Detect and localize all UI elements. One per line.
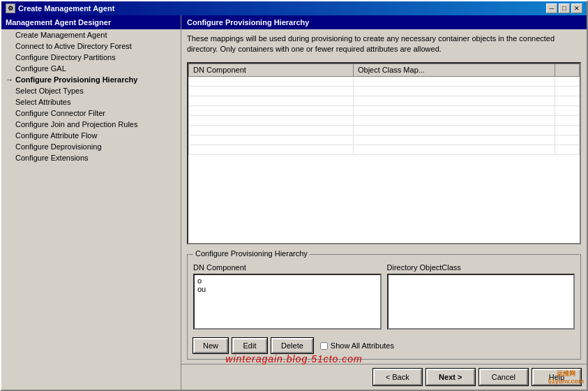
dn-component-label: DN Component — [193, 263, 382, 272]
sidebar-item-label: Configure Join and Projection Rules — [15, 120, 138, 128]
sidebar: Management Agent Designer Create Managem… — [1, 15, 181, 390]
title-bar-left: ⚙ Create Management Agent — [6, 3, 114, 13]
delete-button[interactable]: Delete — [271, 338, 313, 353]
col-object-class-map: Object Class Map... — [353, 64, 555, 76]
sidebar-item-configure-extensions[interactable]: Configure Extensions — [1, 152, 181, 163]
show-all-attributes-checkbox[interactable] — [320, 342, 328, 350]
directory-objectclass-column: Directory ObjectClass — [387, 263, 575, 330]
group-box-title: Configure Provisioning Hierarchy — [193, 249, 310, 258]
main-header: Configure Provisioning Hierarchy — [181, 15, 587, 29]
description-text: These mappings will be used during provi… — [187, 34, 581, 55]
main-window: ⚙ Create Management Agent ─ □ ✕ Manageme… — [0, 0, 588, 391]
table-row — [189, 135, 580, 145]
sidebar-item-configure-connector-filter[interactable]: Configure Connector Filter — [1, 108, 181, 119]
main-content: These mappings will be used during provi… — [181, 29, 587, 364]
show-all-attributes-text: Show All Attributes — [331, 341, 394, 350]
bottom-bar: < Back Next > Cancel Help — [181, 364, 587, 390]
table-row — [189, 86, 580, 96]
table-row — [189, 125, 580, 135]
title-bar: ⚙ Create Management Agent ─ □ ✕ — [1, 1, 587, 15]
sidebar-item-label: Create Management Agent — [15, 31, 107, 39]
edit-button[interactable]: Edit — [232, 338, 267, 353]
sidebar-item-label: Configure Extensions — [15, 154, 89, 162]
sidebar-item-label: Configure Attribute Flow — [15, 131, 97, 140]
directory-objectclass-label: Directory ObjectClass — [387, 263, 575, 272]
window-icon: ⚙ — [6, 3, 15, 13]
sidebar-item-label: Select Object Types — [15, 87, 84, 95]
table-row — [189, 115, 580, 125]
back-button[interactable]: < Back — [373, 369, 422, 385]
maximize-button[interactable]: □ — [559, 3, 570, 13]
col-dn-component: DN Component — [189, 64, 354, 76]
logo-url: 51yunv.com — [548, 378, 584, 385]
sidebar-item-label: Configure Directory Partitions — [15, 53, 116, 61]
sidebar-item-connect-ad-forest[interactable]: Connect to Active Directory Forest — [1, 40, 181, 52]
next-button[interactable]: Next > — [426, 369, 475, 385]
cancel-button[interactable]: Cancel — [479, 369, 528, 385]
new-button[interactable]: New — [193, 338, 228, 353]
table-row — [189, 76, 580, 86]
logo-area: 运维网 51yunv.com — [548, 370, 584, 385]
list-item[interactable]: o — [196, 276, 379, 285]
configure-provisioning-group: Configure Provisioning Hierarchy DN Comp… — [187, 254, 581, 360]
provisioning-table: DN Component Object Class Map... — [188, 64, 580, 155]
sidebar-item-select-attributes[interactable]: Select Attributes — [1, 96, 181, 108]
sidebar-item-select-object-types[interactable]: Select Object Types — [1, 85, 181, 96]
sidebar-item-create-management-agent[interactable]: Create Management Agent — [1, 29, 181, 40]
table-row — [189, 96, 580, 105]
list-item[interactable]: ou — [196, 285, 379, 293]
sidebar-item-configure-gal[interactable]: Configure GAL — [1, 63, 181, 74]
title-bar-controls: ─ □ ✕ — [546, 3, 582, 13]
logo-text: 运维网 — [548, 370, 584, 378]
sidebar-item-configure-directory-partitions[interactable]: Configure Directory Partitions — [1, 52, 181, 63]
table-row — [189, 145, 580, 154]
sidebar-item-configure-provisioning-hierarchy[interactable]: Configure Provisioning Hierarchy — [1, 74, 181, 85]
main-panel: Configure Provisioning Hierarchy These m… — [181, 15, 587, 390]
close-button[interactable]: ✕ — [571, 3, 582, 13]
show-all-attributes-label[interactable]: Show All Attributes — [320, 341, 394, 350]
minimize-button[interactable]: ─ — [546, 3, 557, 13]
content-area: Management Agent Designer Create Managem… — [1, 15, 587, 390]
dn-component-listbox[interactable]: o ou — [193, 274, 382, 330]
sidebar-item-configure-attribute-flow[interactable]: Configure Attribute Flow — [1, 130, 181, 141]
directory-objectclass-listbox[interactable] — [387, 274, 575, 330]
sidebar-item-label: Select Attributes — [15, 98, 71, 106]
col-empty — [555, 64, 580, 76]
sidebar-item-label: Configure Provisioning Hierarchy — [15, 75, 137, 84]
sidebar-header: Management Agent Designer — [1, 15, 181, 29]
table-row — [189, 105, 580, 115]
sidebar-item-label: Configure GAL — [15, 64, 66, 73]
sidebar-item-configure-join-projection[interactable]: Configure Join and Projection Rules — [1, 119, 181, 130]
window-title: Create Management Agent — [18, 4, 114, 13]
sidebar-item-label: Configure Deprovisioning — [15, 142, 102, 151]
dn-component-column: DN Component o ou — [193, 263, 382, 330]
upper-table-container: DN Component Object Class Map... — [187, 62, 581, 244]
sidebar-item-label: Configure Connector Filter — [15, 109, 105, 117]
group-box-content: DN Component o ou Directory ObjectClass — [188, 255, 580, 335]
sidebar-item-configure-deprovisioning[interactable]: Configure Deprovisioning — [1, 141, 181, 152]
sidebar-item-label: Connect to Active Directory Forest — [15, 42, 132, 50]
